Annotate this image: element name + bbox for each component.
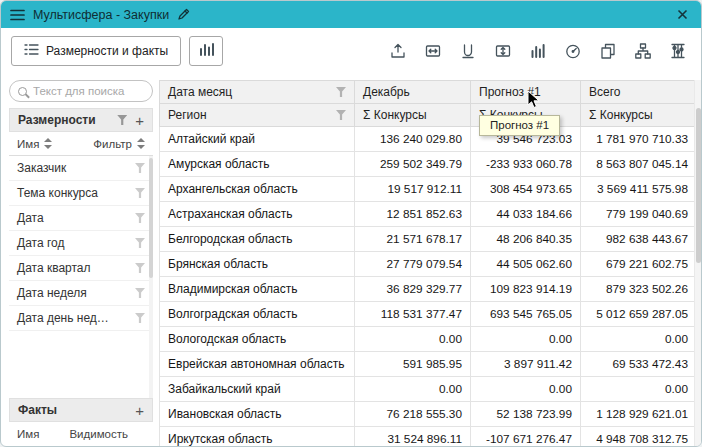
- facts-name-column-header[interactable]: Имя: [17, 428, 39, 440]
- table-row[interactable]: Амурская область 259 502 349.79 -233 933…: [160, 152, 697, 177]
- bar-chart-icon[interactable]: [524, 38, 551, 64]
- measure-header-december[interactable]: Σ Конкурсы: [355, 104, 471, 127]
- forecast-value-cell[interactable]: 48 206 840.35: [471, 227, 581, 252]
- region-cell[interactable]: Иркутская область: [160, 427, 355, 447]
- table-row[interactable]: Волгоградская область 118 531 377.47 693…: [160, 302, 697, 327]
- december-value-cell[interactable]: 0.00: [355, 377, 471, 402]
- forecast-value-cell[interactable]: 109 823 914.19: [471, 277, 581, 302]
- add-fact-button[interactable]: +: [135, 403, 144, 418]
- forecast-value-cell[interactable]: -107 671 276.47: [471, 427, 581, 447]
- region-cell[interactable]: Еврейская автономная область: [160, 352, 355, 377]
- region-cell[interactable]: Ивановская область: [160, 402, 355, 427]
- name-column-header[interactable]: Имя: [17, 138, 93, 150]
- filter-icon[interactable]: [135, 213, 145, 223]
- filter-column-header[interactable]: Фильтр: [93, 138, 145, 150]
- forecast-value-cell[interactable]: 44 505 062.60: [471, 252, 581, 277]
- december-value-cell[interactable]: 12 851 852.63: [355, 202, 471, 227]
- dimensions-filter-icon[interactable]: [117, 115, 127, 125]
- total-value-cell[interactable]: 679 221 602.75: [581, 252, 697, 277]
- december-value-cell[interactable]: 36 829 329.77: [355, 277, 471, 302]
- sidebar-scrollbar[interactable]: [149, 156, 153, 398]
- december-value-cell[interactable]: 591 985.95: [355, 352, 471, 377]
- column-header-forecast[interactable]: Прогноз #1: [471, 81, 581, 104]
- filter-icon[interactable]: [135, 263, 145, 273]
- forecast-value-cell[interactable]: -233 933 060.78: [471, 152, 581, 177]
- measure-header-total[interactable]: Σ Конкурсы: [581, 104, 697, 127]
- filter-icon[interactable]: [135, 288, 145, 298]
- table-row[interactable]: Вологодская область 0.00 0.00 0.00: [160, 327, 697, 352]
- table-row[interactable]: Архангельская область 19 517 912.11 308 …: [160, 177, 697, 202]
- region-cell[interactable]: Амурская область: [160, 152, 355, 177]
- filter-icon[interactable]: [135, 313, 145, 323]
- region-cell[interactable]: Алтайский край: [160, 127, 355, 152]
- menu-icon[interactable]: [10, 9, 25, 21]
- december-value-cell[interactable]: 19 517 912.11: [355, 177, 471, 202]
- total-value-cell[interactable]: 1 128 929 621.01: [581, 402, 697, 427]
- dimension-item[interactable]: Заказчик: [9, 156, 153, 181]
- december-value-cell[interactable]: 21 571 678.17: [355, 227, 471, 252]
- region-cell[interactable]: Астраханская область: [160, 202, 355, 227]
- forecast-value-cell[interactable]: 52 138 723.99: [471, 402, 581, 427]
- column-header-total[interactable]: Всего: [581, 81, 697, 104]
- table-row[interactable]: Астраханская область 12 851 852.63 44 03…: [160, 202, 697, 227]
- filter-icon[interactable]: [135, 188, 145, 198]
- search-box[interactable]: [9, 80, 153, 102]
- dimension-item[interactable]: Дата неделя: [9, 281, 153, 306]
- column-header-december[interactable]: Декабрь: [355, 81, 471, 104]
- totals-icon[interactable]: [454, 38, 481, 64]
- total-value-cell[interactable]: 1 781 970 710.33: [581, 127, 697, 152]
- total-value-cell[interactable]: 3 569 411 575.98: [581, 177, 697, 202]
- region-cell[interactable]: Архангельская область: [160, 177, 355, 202]
- total-value-cell[interactable]: 879 323 502.26: [581, 277, 697, 302]
- total-value-cell[interactable]: 69 533 472.43: [581, 352, 697, 377]
- dimensions-facts-button[interactable]: Размерности и факты: [11, 36, 181, 66]
- total-value-cell[interactable]: 4 948 708 312.75: [581, 427, 697, 447]
- export-icon[interactable]: [384, 38, 411, 64]
- december-value-cell[interactable]: 31 524 896.11: [355, 427, 471, 447]
- copy-icon[interactable]: [594, 38, 621, 64]
- region-cell[interactable]: Вологодская область: [160, 327, 355, 352]
- add-dimension-button[interactable]: +: [135, 113, 144, 128]
- december-value-cell[interactable]: 0.00: [355, 327, 471, 352]
- filter-icon[interactable]: [135, 238, 145, 248]
- total-value-cell[interactable]: 8 563 807 045.14: [581, 152, 697, 177]
- dimension-item[interactable]: Дата квартал: [9, 256, 153, 281]
- region-cell[interactable]: Волгоградская область: [160, 302, 355, 327]
- forecast-value-cell[interactable]: 693 545 765.05: [471, 302, 581, 327]
- total-value-cell[interactable]: 0.00: [581, 327, 697, 352]
- total-value-cell[interactable]: 982 638 443.67: [581, 227, 697, 252]
- fit-height-icon[interactable]: [489, 38, 516, 64]
- edit-title-icon[interactable]: [177, 8, 190, 21]
- region-cell[interactable]: Забайкальский край: [160, 377, 355, 402]
- region-cell[interactable]: Владимирская область: [160, 277, 355, 302]
- columns-chart-button[interactable]: [189, 36, 223, 66]
- vertical-scrollbar[interactable]: [694, 80, 701, 446]
- table-row[interactable]: Алтайский край 136 240 029.80 39 546 723…: [160, 127, 697, 152]
- filter-icon[interactable]: [135, 163, 145, 173]
- fit-width-icon[interactable]: [419, 38, 446, 64]
- row-header-cell[interactable]: Регион: [160, 104, 355, 127]
- dimension-item[interactable]: Дата: [9, 206, 153, 231]
- dimension-item[interactable]: Дата день нед…: [9, 306, 153, 331]
- hierarchy-icon[interactable]: [629, 38, 656, 64]
- december-value-cell[interactable]: 259 502 349.79: [355, 152, 471, 177]
- december-value-cell[interactable]: 76 218 555.30: [355, 402, 471, 427]
- forecast-value-cell[interactable]: 3 897 911.42: [471, 352, 581, 377]
- dimension-item[interactable]: Дата год: [9, 231, 153, 256]
- forecast-value-cell[interactable]: 0.00: [471, 377, 581, 402]
- search-input[interactable]: [33, 85, 144, 97]
- group-header-cell[interactable]: Дата месяц: [160, 81, 355, 104]
- region-filter-icon[interactable]: [336, 110, 346, 120]
- total-value-cell[interactable]: 0.00: [581, 377, 697, 402]
- table-row[interactable]: Еврейская автономная область 591 985.95 …: [160, 352, 697, 377]
- forecast-value-cell[interactable]: 0.00: [471, 327, 581, 352]
- table-row[interactable]: Забайкальский край 0.00 0.00 0.00: [160, 377, 697, 402]
- december-value-cell[interactable]: 136 240 029.80: [355, 127, 471, 152]
- table-row[interactable]: Владимирская область 36 829 329.77 109 8…: [160, 277, 697, 302]
- dimensions-section-header[interactable]: Размерности +: [9, 108, 153, 132]
- total-value-cell[interactable]: 779 199 040.69: [581, 202, 697, 227]
- table-row[interactable]: Иркутская область 31 524 896.11 -107 671…: [160, 427, 697, 447]
- abacus-icon[interactable]: [664, 38, 691, 64]
- table-row[interactable]: Белгородская область 21 571 678.17 48 20…: [160, 227, 697, 252]
- facts-visibility-column-header[interactable]: Видимость: [69, 428, 128, 440]
